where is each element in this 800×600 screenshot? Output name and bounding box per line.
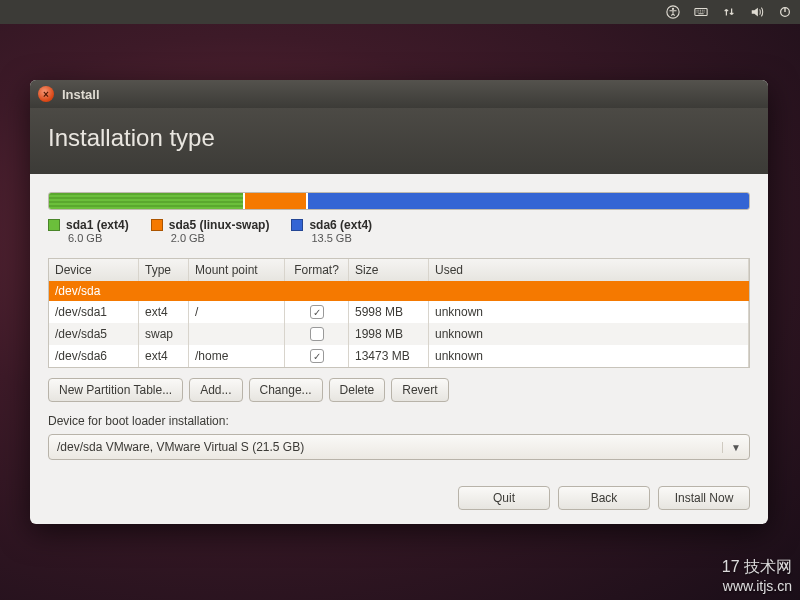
watermark-line2: www.itjs.cn: [722, 578, 792, 594]
volume-icon[interactable]: [750, 5, 764, 19]
cell-format[interactable]: ✓: [285, 345, 349, 367]
swatch-icon: [291, 219, 303, 231]
accessibility-icon[interactable]: [666, 5, 680, 19]
swatch-icon: [151, 219, 163, 231]
th-mountpoint[interactable]: Mount point: [189, 259, 285, 281]
new-partition-table-button[interactable]: New Partition Table...: [48, 378, 183, 402]
header-area: Installation type: [30, 108, 768, 174]
table-row[interactable]: /dev/sda6 ext4 /home ✓ 13473 MB unknown: [49, 345, 749, 367]
th-format[interactable]: Format?: [285, 259, 349, 281]
table-row[interactable]: /dev/sda5 swap 1998 MB unknown: [49, 323, 749, 345]
cell-size: 1998 MB: [349, 323, 429, 345]
th-used[interactable]: Used: [429, 259, 749, 281]
legend-label: sda6 (ext4): [309, 218, 372, 232]
partition-seg-sda1[interactable]: [49, 193, 245, 209]
cell-type: ext4: [139, 345, 189, 367]
table-row[interactable]: /dev/sda1 ext4 / ✓ 5998 MB unknown: [49, 301, 749, 323]
close-icon[interactable]: ×: [38, 86, 54, 102]
checkbox-icon[interactable]: [310, 327, 324, 341]
quit-button[interactable]: Quit: [458, 486, 550, 510]
legend-item: sda5 (linux-swap) 2.0 GB: [151, 218, 270, 244]
cell-size: 13473 MB: [349, 345, 429, 367]
window-title: Install: [62, 87, 100, 102]
th-type[interactable]: Type: [139, 259, 189, 281]
svg-point-1: [672, 8, 674, 10]
legend-item: sda6 (ext4) 13.5 GB: [291, 218, 372, 244]
legend-label: sda1 (ext4): [66, 218, 129, 232]
cell-used: unknown: [429, 301, 749, 323]
cell-used: unknown: [429, 323, 749, 345]
checkbox-icon[interactable]: ✓: [310, 305, 324, 319]
bootloader-value: /dev/sda VMware, VMware Virtual S (21.5 …: [57, 440, 304, 454]
cell-size: 5998 MB: [349, 301, 429, 323]
cell-type: swap: [139, 323, 189, 345]
legend-size: 13.5 GB: [291, 232, 372, 244]
legend-label: sda5 (linux-swap): [169, 218, 270, 232]
partition-buttons: New Partition Table... Add... Change... …: [48, 378, 750, 402]
partition-seg-sda6[interactable]: [308, 193, 749, 209]
watermark-line1: 17 技术网: [722, 557, 792, 578]
cell-mountpoint: [189, 323, 285, 345]
cell-format[interactable]: ✓: [285, 301, 349, 323]
chevron-down-icon: ▼: [722, 442, 741, 453]
partition-bar[interactable]: [48, 192, 750, 210]
page-heading: Installation type: [48, 124, 750, 152]
group-device: /dev/sda: [49, 281, 749, 301]
cell-format[interactable]: [285, 323, 349, 345]
legend-size: 2.0 GB: [151, 232, 270, 244]
window-titlebar[interactable]: × Install: [30, 80, 768, 108]
network-icon[interactable]: [722, 5, 736, 19]
th-size[interactable]: Size: [349, 259, 429, 281]
legend-item: sda1 (ext4) 6.0 GB: [48, 218, 129, 244]
installer-window: × Install Installation type sda1 (ext4) …: [30, 80, 768, 524]
delete-button[interactable]: Delete: [329, 378, 386, 402]
power-icon[interactable]: [778, 5, 792, 19]
cell-mountpoint: /: [189, 301, 285, 323]
bootloader-label: Device for boot loader installation:: [48, 414, 750, 428]
cell-type: ext4: [139, 301, 189, 323]
system-menubar: [0, 0, 800, 24]
table-row-group[interactable]: /dev/sda: [49, 281, 749, 301]
back-button[interactable]: Back: [558, 486, 650, 510]
revert-button[interactable]: Revert: [391, 378, 448, 402]
cell-device: /dev/sda6: [49, 345, 139, 367]
legend-size: 6.0 GB: [48, 232, 129, 244]
table-header: Device Type Mount point Format? Size Use…: [49, 259, 749, 281]
cell-device: /dev/sda1: [49, 301, 139, 323]
footer-buttons: Quit Back Install Now: [30, 472, 768, 524]
install-now-button[interactable]: Install Now: [658, 486, 750, 510]
partition-legend: sda1 (ext4) 6.0 GB sda5 (linux-swap) 2.0…: [48, 218, 750, 244]
cell-mountpoint: /home: [189, 345, 285, 367]
partition-table: Device Type Mount point Format? Size Use…: [48, 258, 750, 368]
cell-used: unknown: [429, 345, 749, 367]
swatch-icon: [48, 219, 60, 231]
partition-seg-sda5[interactable]: [245, 193, 308, 209]
add-button[interactable]: Add...: [189, 378, 242, 402]
bootloader-combo[interactable]: /dev/sda VMware, VMware Virtual S (21.5 …: [48, 434, 750, 460]
change-button[interactable]: Change...: [249, 378, 323, 402]
th-device[interactable]: Device: [49, 259, 139, 281]
keyboard-icon[interactable]: [694, 5, 708, 19]
watermark: 17 技术网 www.itjs.cn: [722, 557, 792, 594]
checkbox-icon[interactable]: ✓: [310, 349, 324, 363]
cell-device: /dev/sda5: [49, 323, 139, 345]
